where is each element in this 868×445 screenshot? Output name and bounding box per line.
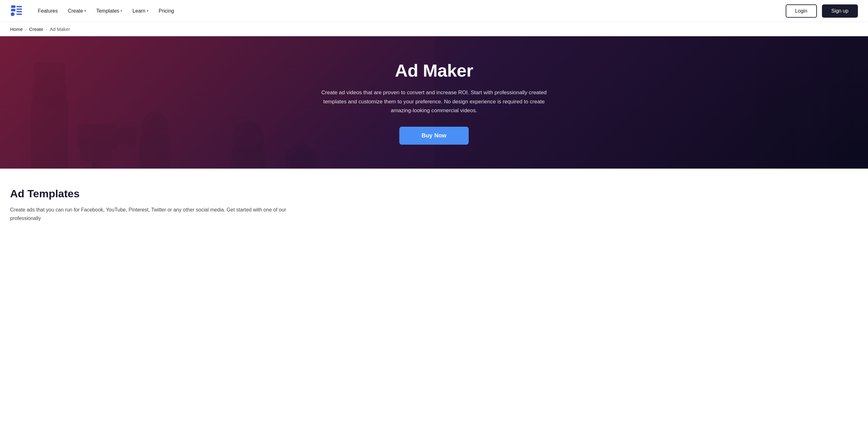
navbar-left: Features Create ▾ Templates ▾ Learn ▾ Pr… [10, 4, 179, 18]
svg-rect-0 [11, 5, 16, 8]
nav-templates-label: Templates [96, 8, 119, 14]
login-button[interactable]: Login [786, 4, 817, 18]
hero-description: Create ad videos that are proven to conv… [320, 88, 548, 116]
below-hero-section: Ad Templates Create ads that you can run… [0, 169, 868, 235]
nav-learn-label: Learn [132, 8, 146, 14]
nav-features-label: Features [38, 8, 58, 14]
hero-title: Ad Maker [320, 60, 548, 81]
breadcrumb-current: Ad Maker [50, 27, 70, 32]
nav-features[interactable]: Features [33, 6, 62, 16]
nav-pricing[interactable]: Pricing [154, 6, 179, 16]
nav-templates-chevron: ▾ [121, 9, 122, 13]
ad-templates-description: Create ads that you can run for Facebook… [10, 205, 294, 222]
svg-rect-5 [17, 11, 22, 12]
breadcrumb-home[interactable]: Home [10, 27, 23, 32]
hero-section: Ad Maker Create ad videos that are prove… [0, 36, 868, 169]
svg-rect-6 [17, 13, 22, 15]
svg-rect-3 [17, 6, 22, 7]
svg-rect-4 [17, 8, 22, 10]
nav-create-chevron: ▾ [84, 9, 86, 13]
buy-now-button[interactable]: Buy Now [399, 127, 468, 145]
breadcrumb-sep-2: › [46, 27, 47, 32]
nav-create-label: Create [68, 8, 83, 14]
nav-learn-chevron: ▾ [147, 9, 149, 13]
svg-point-2 [11, 12, 14, 16]
breadcrumb: Home › Create › Ad Maker [0, 22, 868, 36]
ad-templates-title: Ad Templates [10, 187, 858, 200]
breadcrumb-sep-1: › [25, 27, 27, 32]
breadcrumb-create[interactable]: Create [29, 27, 43, 32]
svg-rect-1 [11, 9, 16, 11]
navbar-right: Login Sign up [786, 4, 858, 18]
nav-learn[interactable]: Learn ▾ [128, 6, 153, 16]
logo[interactable] [10, 4, 23, 18]
signup-button[interactable]: Sign up [822, 4, 858, 18]
nav-templates[interactable]: Templates ▾ [92, 6, 127, 16]
nav-links: Features Create ▾ Templates ▾ Learn ▾ Pr… [33, 6, 179, 16]
hero-content: Ad Maker Create ad videos that are prove… [314, 60, 554, 145]
nav-create[interactable]: Create ▾ [63, 6, 91, 16]
nav-pricing-label: Pricing [159, 8, 174, 14]
navbar: Features Create ▾ Templates ▾ Learn ▾ Pr… [0, 0, 868, 22]
